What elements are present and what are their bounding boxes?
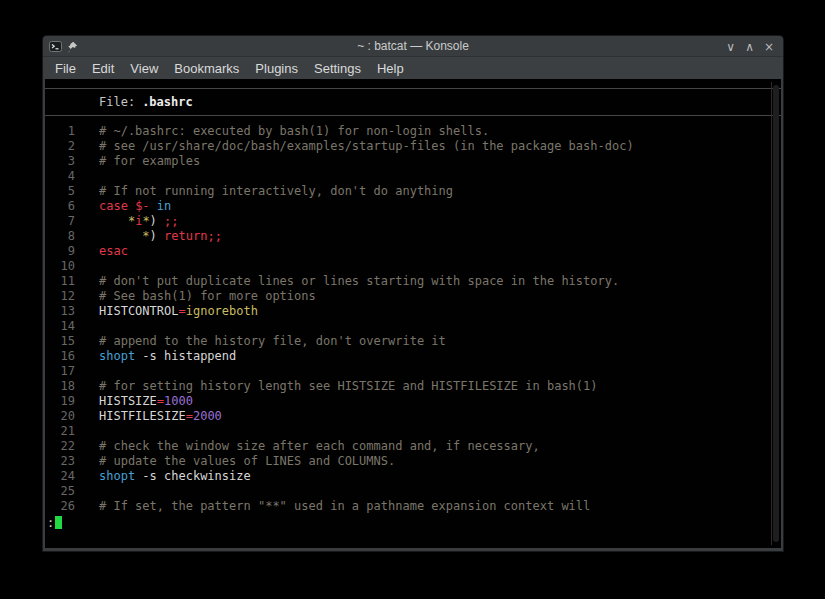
maximize-button[interactable]: ∧ xyxy=(745,41,754,53)
code-text: # for examples xyxy=(75,154,200,169)
line-number: 3 xyxy=(45,154,75,169)
line-number: 13 xyxy=(45,304,75,319)
code-text xyxy=(75,484,99,499)
code-text: *) return;; xyxy=(75,229,222,244)
code-line: 2# see /usr/share/doc/bash/examples/star… xyxy=(45,139,781,154)
code-text: # for setting history length see HISTSIZ… xyxy=(75,379,598,394)
menu-item-plugins[interactable]: Plugins xyxy=(247,58,306,79)
line-number: 9 xyxy=(45,244,75,259)
menu-item-settings[interactable]: Settings xyxy=(306,58,369,79)
terminal-cursor xyxy=(55,516,62,529)
code-line: 10 xyxy=(45,259,781,274)
titlebar-icons xyxy=(49,36,78,57)
code-lines: 1# ~/.bashrc: executed by bash(1) for no… xyxy=(45,116,781,514)
line-number: 18 xyxy=(45,379,75,394)
minimize-button[interactable]: ∨ xyxy=(726,41,735,53)
pin-icon xyxy=(66,41,78,53)
window-title: ~ : batcat — Konsole xyxy=(43,39,783,53)
terminal-viewport[interactable]: File:.bashrc 1# ~/.bashrc: executed by b… xyxy=(45,79,781,548)
code-text: esac xyxy=(75,244,128,259)
line-number: 25 xyxy=(45,484,75,499)
titlebar[interactable]: ~ : batcat — Konsole ∨ ∧ × xyxy=(43,36,783,57)
file-name: .bashrc xyxy=(142,95,193,109)
code-line: 21 xyxy=(45,424,781,439)
line-number: 23 xyxy=(45,454,75,469)
menu-item-view[interactable]: View xyxy=(122,58,166,79)
code-text: # check the window size after each comma… xyxy=(75,439,540,454)
code-text: # If not running interactively, don't do… xyxy=(75,184,453,199)
code-text: HISTFILESIZE=2000 xyxy=(75,409,222,424)
line-number: 19 xyxy=(45,394,75,409)
code-line: 22# check the window size after each com… xyxy=(45,439,781,454)
code-line: 13HISTCONTROL=ignoreboth xyxy=(45,304,781,319)
code-line: 1# ~/.bashrc: executed by bash(1) for no… xyxy=(45,124,781,139)
line-number: 17 xyxy=(45,364,75,379)
line-number: 21 xyxy=(45,424,75,439)
menu-item-help[interactable]: Help xyxy=(369,58,412,79)
code-line: 19HISTSIZE=1000 xyxy=(45,394,781,409)
code-line: 20HISTFILESIZE=2000 xyxy=(45,409,781,424)
line-number: 1 xyxy=(45,124,75,139)
code-text: # If set, the pattern "**" used in a pat… xyxy=(75,499,590,514)
code-line: 4 xyxy=(45,169,781,184)
code-text: shopt -s histappend xyxy=(75,349,236,364)
code-line: 12# See bash(1) for more options xyxy=(45,289,781,304)
code-text: # append to the history file, don't over… xyxy=(75,334,446,349)
line-number: 2 xyxy=(45,139,75,154)
code-text: # See bash(1) for more options xyxy=(75,289,316,304)
menu-item-edit[interactable]: Edit xyxy=(84,58,122,79)
code-text: # ~/.bashrc: executed by bash(1) for non… xyxy=(75,124,489,139)
scrollbar-track[interactable] xyxy=(771,82,772,545)
close-button[interactable]: × xyxy=(764,41,774,53)
menubar: FileEditViewBookmarksPluginsSettingsHelp xyxy=(43,57,783,79)
code-line: 25 xyxy=(45,484,781,499)
pager-prompt: : xyxy=(47,516,54,530)
code-line: 7 *i*) ;; xyxy=(45,214,781,229)
code-line: 8 *) return;; xyxy=(45,229,781,244)
code-line: 9esac xyxy=(45,244,781,259)
line-number: 26 xyxy=(45,499,75,514)
line-number: 4 xyxy=(45,169,75,184)
code-line: 5# If not running interactively, don't d… xyxy=(45,184,781,199)
line-number: 22 xyxy=(45,439,75,454)
code-line: 11# don't put duplicate lines or lines s… xyxy=(45,274,781,289)
code-text xyxy=(75,424,99,439)
konsole-window: ~ : batcat — Konsole ∨ ∧ × FileEditViewB… xyxy=(43,36,783,551)
code-line: 16shopt -s histappend xyxy=(45,349,781,364)
menu-item-file[interactable]: File xyxy=(47,58,84,79)
menu-item-bookmarks[interactable]: Bookmarks xyxy=(166,58,247,79)
line-number: 7 xyxy=(45,214,75,229)
code-text: HISTCONTROL=ignoreboth xyxy=(75,304,258,319)
code-line: 3# for examples xyxy=(45,154,781,169)
line-number: 11 xyxy=(45,274,75,289)
line-number: 24 xyxy=(45,469,75,484)
code-line: 18# for setting history length see HISTS… xyxy=(45,379,781,394)
line-number: 10 xyxy=(45,259,75,274)
konsole-app-icon xyxy=(49,40,62,53)
file-label: File: xyxy=(99,95,135,109)
code-text xyxy=(75,364,99,379)
code-line: 26# If set, the pattern "**" used in a p… xyxy=(45,499,781,514)
code-text: HISTSIZE=1000 xyxy=(75,394,193,409)
scrollbar-handle[interactable] xyxy=(773,85,779,542)
line-number: 5 xyxy=(45,184,75,199)
line-number: 16 xyxy=(45,349,75,364)
code-text: # see /usr/share/doc/bash/examples/start… xyxy=(75,139,634,154)
code-text: *i*) ;; xyxy=(75,214,179,229)
code-text: shopt -s checkwinsize xyxy=(75,469,251,484)
line-number: 12 xyxy=(45,289,75,304)
code-line: 14 xyxy=(45,319,781,334)
pager-line: : xyxy=(45,516,781,531)
code-text xyxy=(75,169,99,184)
code-line: 15# append to the history file, don't ov… xyxy=(45,334,781,349)
line-number: 20 xyxy=(45,409,75,424)
line-number: 8 xyxy=(45,229,75,244)
code-text xyxy=(75,259,99,274)
code-line: 17 xyxy=(45,364,781,379)
window-controls: ∨ ∧ × xyxy=(726,36,774,57)
code-text: # don't put duplicate lines or lines sta… xyxy=(75,274,619,289)
code-text: # update the values of LINES and COLUMNS… xyxy=(75,454,395,469)
line-number: 14 xyxy=(45,319,75,334)
code-line: 6case $- in xyxy=(45,199,781,214)
code-line: 23# update the values of LINES and COLUM… xyxy=(45,454,781,469)
